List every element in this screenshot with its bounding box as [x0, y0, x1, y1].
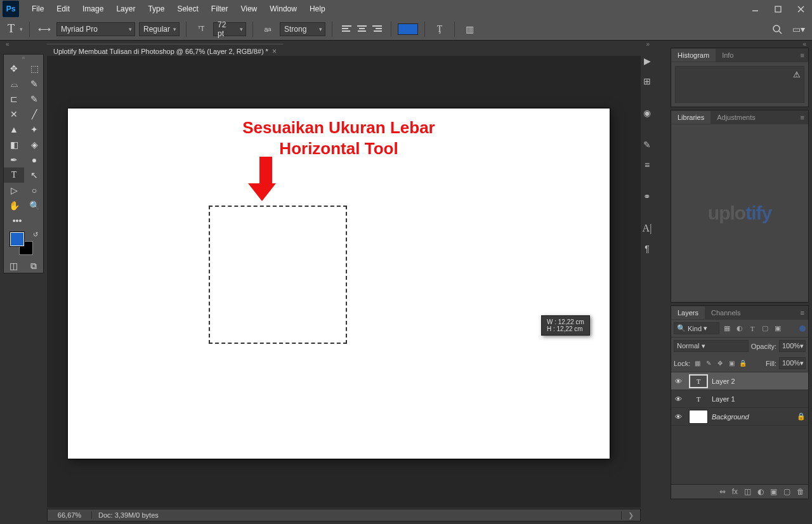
type-tool[interactable]: T: [4, 167, 24, 183]
expand-right-icon-2[interactable]: »: [646, 41, 650, 48]
quick-select-tool[interactable]: ✎: [24, 76, 44, 91]
people-panel-icon[interactable]: ⚭: [641, 187, 653, 207]
edit-toolbar-button[interactable]: •••: [4, 213, 24, 228]
blur-tool[interactable]: ●: [24, 152, 44, 167]
filter-pixel-icon[interactable]: ▦: [722, 324, 732, 334]
filter-smart-icon[interactable]: ▣: [773, 324, 783, 334]
filter-toggle[interactable]: [799, 325, 806, 332]
menu-select[interactable]: Select: [171, 1, 204, 16]
menu-layer[interactable]: Layer: [110, 1, 141, 16]
menu-image[interactable]: Image: [76, 1, 110, 16]
font-style-select[interactable]: Regular: [139, 22, 180, 36]
artboard[interactable]: Sesuaikan Ukuran Lebar Horizontal Tool W…: [68, 108, 610, 459]
styles-panel-icon[interactable]: ◉: [641, 103, 653, 123]
layer-mask-icon[interactable]: ◫: [744, 487, 751, 496]
paragraph-panel-icon[interactable]: ¶: [641, 239, 653, 259]
path-select-tool[interactable]: ↖: [24, 167, 44, 183]
quick-mask-button[interactable]: ◫: [4, 259, 23, 273]
color-swatches[interactable]: ↺: [4, 228, 43, 259]
window-close-button[interactable]: [789, 0, 812, 18]
adjustments-panel-icon[interactable]: ≡: [641, 155, 653, 175]
new-layer-icon[interactable]: ▢: [783, 487, 790, 496]
text-box-selection[interactable]: [209, 206, 347, 344]
visibility-toggle[interactable]: 👁: [671, 395, 685, 403]
lock-all-icon[interactable]: 🔒: [738, 359, 747, 368]
font-family-select[interactable]: Myriad Pro: [56, 22, 135, 36]
hand-tool[interactable]: ✋: [4, 198, 24, 213]
info-tab[interactable]: Info: [716, 49, 740, 62]
zoom-tool[interactable]: 🔍: [24, 198, 44, 213]
layers-tab[interactable]: Layers: [671, 306, 705, 319]
adjustments-tab[interactable]: Adjustments: [710, 111, 762, 124]
clone-stamp-tool[interactable]: ▲: [4, 122, 24, 137]
menu-file[interactable]: File: [25, 1, 50, 16]
expand-right-icon[interactable]: «: [802, 41, 806, 48]
fill-input[interactable]: 100%▾: [779, 357, 806, 369]
text-color-swatch[interactable]: [398, 23, 418, 35]
lock-transparency-icon[interactable]: ▦: [693, 359, 702, 368]
panel-menu-icon[interactable]: ≡: [797, 306, 808, 319]
font-size-select[interactable]: 72 pt: [213, 22, 246, 36]
lock-position-icon[interactable]: ✥: [716, 359, 724, 368]
panel-menu-icon[interactable]: ≡: [797, 111, 808, 124]
filter-adjustment-icon[interactable]: ◐: [735, 324, 745, 334]
close-tab-icon[interactable]: ×: [272, 47, 277, 56]
pen-tool[interactable]: ✒: [4, 152, 24, 167]
lock-artboard-icon[interactable]: ▣: [727, 359, 736, 368]
collapse-tools-icon[interactable]: «: [4, 55, 43, 61]
menu-view[interactable]: View: [234, 1, 263, 16]
delete-layer-icon[interactable]: 🗑: [797, 487, 804, 496]
opacity-input[interactable]: 100%▾: [779, 340, 806, 352]
antialias-select[interactable]: Strong: [280, 22, 325, 36]
align-right-button[interactable]: [369, 21, 384, 37]
window-maximize-button[interactable]: [766, 0, 789, 18]
eyedropper-tool[interactable]: ✎: [24, 91, 44, 107]
workspace-switcher[interactable]: ▭▾: [790, 21, 807, 37]
layer-filter-kind-select[interactable]: 🔍 Kind ▾: [674, 322, 719, 334]
screen-mode-button[interactable]: ⧉: [23, 259, 43, 273]
marquee-tool[interactable]: ⬚: [24, 61, 44, 76]
visibility-toggle[interactable]: 👁: [671, 377, 685, 385]
eraser-tool[interactable]: ◧: [4, 137, 24, 152]
warp-text-button[interactable]: Ţ: [431, 21, 448, 37]
menu-edit[interactable]: Edit: [50, 1, 76, 16]
expand-left-icon[interactable]: «: [6, 41, 10, 48]
actions-panel-icon[interactable]: ▶: [641, 51, 653, 71]
filter-shape-icon[interactable]: ▢: [760, 324, 770, 334]
history-brush-tool[interactable]: ✦: [24, 122, 44, 137]
shape-tool[interactable]: ○: [24, 183, 44, 198]
channels-tab[interactable]: Channels: [705, 306, 747, 319]
visibility-toggle[interactable]: 👁: [671, 413, 685, 421]
character-panel-button[interactable]: ▥: [461, 21, 478, 37]
canvas-area[interactable]: Sesuaikan Ukuran Lebar Horizontal Tool W…: [47, 56, 641, 508]
lock-pixels-icon[interactable]: ✎: [704, 359, 713, 368]
menu-type[interactable]: Type: [141, 1, 171, 16]
foreground-color-swatch[interactable]: [10, 232, 24, 246]
properties-panel-icon[interactable]: ⊞: [641, 71, 653, 91]
warning-icon[interactable]: ⚠: [793, 70, 801, 79]
brush-tool[interactable]: ╱: [24, 107, 44, 122]
window-minimize-button[interactable]: [743, 0, 766, 18]
layer-row-layer1[interactable]: 👁 T Layer 1: [671, 390, 808, 408]
menu-window[interactable]: Window: [263, 1, 303, 16]
libraries-tab[interactable]: Libraries: [671, 111, 710, 124]
layer-row-background[interactable]: 👁 Background 🔒: [671, 408, 808, 426]
character-panel-icon[interactable]: A|: [641, 218, 653, 239]
histogram-tab[interactable]: Histogram: [671, 49, 716, 62]
direct-select-tool[interactable]: ▷: [4, 183, 24, 198]
filter-type-icon[interactable]: T: [747, 324, 757, 334]
layer-style-icon[interactable]: fx: [732, 487, 738, 496]
active-tool-icon[interactable]: T: [5, 22, 17, 36]
zoom-level[interactable]: 66,67%: [48, 511, 92, 519]
swap-colors-icon[interactable]: ↺: [33, 231, 38, 238]
gradient-tool[interactable]: ◈: [24, 137, 44, 152]
crop-tool[interactable]: ⊏: [4, 91, 24, 107]
status-chevron-icon[interactable]: ❯: [621, 511, 640, 520]
move-tool[interactable]: ✥: [4, 61, 24, 76]
frame-tool[interactable]: ✕: [4, 107, 24, 122]
blend-mode-select[interactable]: Normal ▾: [674, 340, 749, 352]
brushes-panel-icon[interactable]: ✎: [641, 134, 653, 155]
align-left-button[interactable]: [339, 21, 354, 37]
align-center-button[interactable]: [354, 21, 369, 37]
document-info[interactable]: Doc: 3,39M/0 bytes: [92, 511, 165, 519]
